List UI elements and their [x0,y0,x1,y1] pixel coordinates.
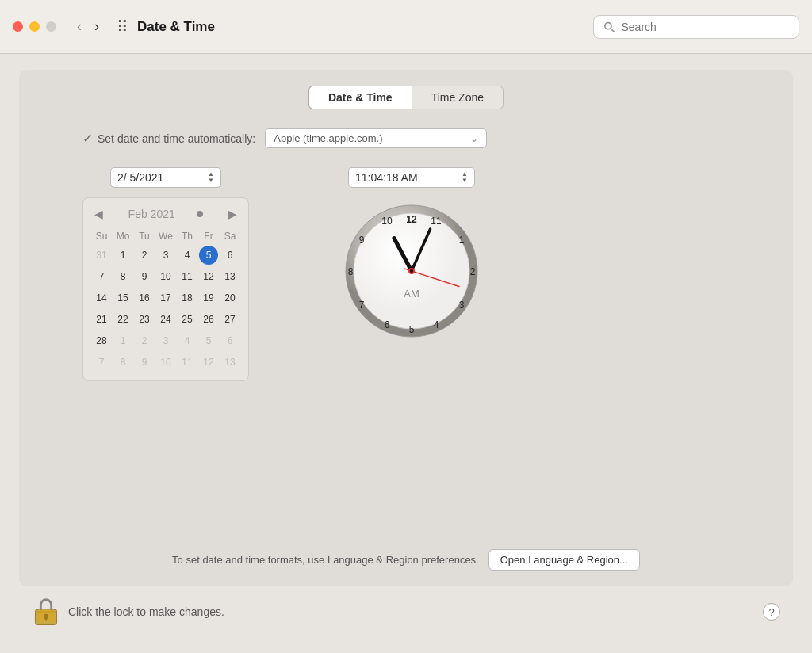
svg-text:9: 9 [359,235,365,246]
cal-day[interactable]: 23 [135,310,154,329]
svg-text:2: 2 [470,266,476,277]
svg-rect-25 [45,617,48,621]
cal-day[interactable]: 1 [113,246,132,265]
time-down-button[interactable]: ▼ [462,178,468,184]
cal-day[interactable]: 1 [113,331,132,350]
cal-day[interactable]: 8 [113,353,132,372]
datetime-area: 2/ 5/2021 ▲ ▼ ◀ Feb 2021 ▶ [35,167,777,537]
search-icon [603,21,615,33]
cal-day[interactable]: 2 [135,246,154,265]
cal-day[interactable]: 28 [92,331,111,350]
cal-day[interactable]: 6 [220,331,239,350]
cal-day[interactable]: 24 [156,310,175,329]
cal-day[interactable]: 9 [135,353,154,372]
titlebar: ‹ › ⠿ Date & Time [0,0,812,54]
svg-text:12: 12 [406,214,417,225]
date-down-button[interactable]: ▼ [208,178,214,184]
calendar-header: ◀ Feb 2021 ▶ [91,206,240,222]
cal-day[interactable]: 19 [199,288,218,307]
cal-day[interactable]: 16 [135,288,154,307]
cal-day[interactable]: 20 [220,288,239,307]
date-value: 2/ 5/2021 [117,171,163,184]
date-input[interactable]: 2/ 5/2021 ▲ ▼ [110,167,221,188]
cal-day-selected[interactable]: 5 [199,246,218,265]
search-input[interactable] [621,21,789,33]
cal-day[interactable]: 11 [178,267,197,286]
calendar-month: Feb 2021 [128,208,175,220]
time-input[interactable]: 11:04:18 AM ▲ ▼ [348,167,475,188]
cal-day[interactable]: 26 [199,310,218,329]
cal-day[interactable]: 31 [92,246,111,265]
help-button[interactable]: ? [763,603,780,621]
cal-day[interactable]: 10 [156,267,175,286]
svg-point-0 [605,22,611,29]
cal-day[interactable]: 5 [199,331,218,350]
footer-text: To set date and time formats, use Langua… [172,554,479,566]
cal-day[interactable]: 10 [156,353,175,372]
page-title: Date & Time [137,19,215,35]
cal-prev-button[interactable]: ◀ [91,206,106,222]
cal-dot[interactable] [197,211,203,217]
svg-rect-26 [36,611,57,613]
cal-day[interactable]: 18 [178,288,197,307]
cal-header-tu: Tu [134,228,155,244]
cal-day[interactable]: 3 [156,246,175,265]
svg-line-1 [611,28,615,32]
lock-icon[interactable] [32,596,60,628]
cal-header-sa: Sa [220,228,240,244]
time-stepper[interactable]: ▲ ▼ [462,171,468,184]
cal-header-fr: Fr [198,228,219,244]
svg-text:4: 4 [434,319,439,330]
svg-text:1: 1 [459,235,465,246]
cal-day[interactable]: 4 [178,331,197,350]
cal-day[interactable]: 13 [220,353,239,372]
cal-day[interactable]: 7 [92,267,111,286]
open-language-region-button[interactable]: Open Language & Region... [488,549,640,571]
cal-day[interactable]: 12 [199,267,218,286]
cal-day[interactable]: 14 [92,288,111,307]
cal-header-mo: Mo [113,228,133,244]
cal-day[interactable]: 3 [156,331,175,350]
content-panel: Date & Time Time Zone ✓ Set date and tim… [19,70,793,586]
svg-point-21 [410,269,413,273]
maximize-button[interactable] [46,21,56,32]
auto-set-label[interactable]: ✓ Set date and time automatically: [82,131,255,146]
cal-header-th: Th [177,228,197,244]
tab-time-zone[interactable]: Time Zone [412,86,504,109]
svg-text:8: 8 [348,266,354,277]
date-stepper[interactable]: ▲ ▼ [208,171,214,184]
server-value: Apple (time.apple.com.) [274,132,382,144]
cal-day[interactable]: 21 [92,310,111,329]
cal-day[interactable]: 6 [220,246,239,265]
window-controls [13,21,56,32]
checkbox-icon: ✓ [82,131,93,146]
cal-day[interactable]: 11 [178,353,197,372]
apps-grid-icon[interactable]: ⠿ [117,17,129,36]
cal-day[interactable]: 4 [178,246,197,265]
close-button[interactable] [13,21,23,32]
cal-day[interactable]: 9 [135,267,154,286]
calendar-section: 2/ 5/2021 ▲ ▼ ◀ Feb 2021 ▶ [82,167,249,537]
footer-section: To set date and time formats, use Langua… [35,537,777,571]
minimize-button[interactable] [29,21,40,32]
calendar: ◀ Feb 2021 ▶ Su Mo Tu We Th Fr Sa [82,197,249,381]
cal-day[interactable]: 15 [113,288,132,307]
auto-set-row: ✓ Set date and time automatically: Apple… [35,128,777,148]
search-bar[interactable] [593,15,799,39]
cal-day[interactable]: 17 [156,288,175,307]
tab-date-time[interactable]: Date & Time [308,86,412,109]
cal-day[interactable]: 13 [220,267,239,286]
cal-day[interactable]: 25 [178,310,197,329]
cal-day[interactable]: 8 [113,267,132,286]
forward-button[interactable]: › [90,15,104,38]
cal-next-button[interactable]: ▶ [225,206,240,222]
cal-day[interactable]: 27 [220,310,239,329]
cal-day[interactable]: 12 [199,353,218,372]
cal-day[interactable]: 2 [135,331,154,350]
back-button[interactable]: ‹ [72,15,86,38]
server-dropdown[interactable]: Apple (time.apple.com.) ⌄ [265,128,487,148]
cal-day[interactable]: 22 [113,310,132,329]
calendar-grid: Su Mo Tu We Th Fr Sa 31 1 2 3 4 5 [91,228,240,372]
cal-day[interactable]: 7 [92,353,111,372]
svg-text:11: 11 [431,216,442,227]
